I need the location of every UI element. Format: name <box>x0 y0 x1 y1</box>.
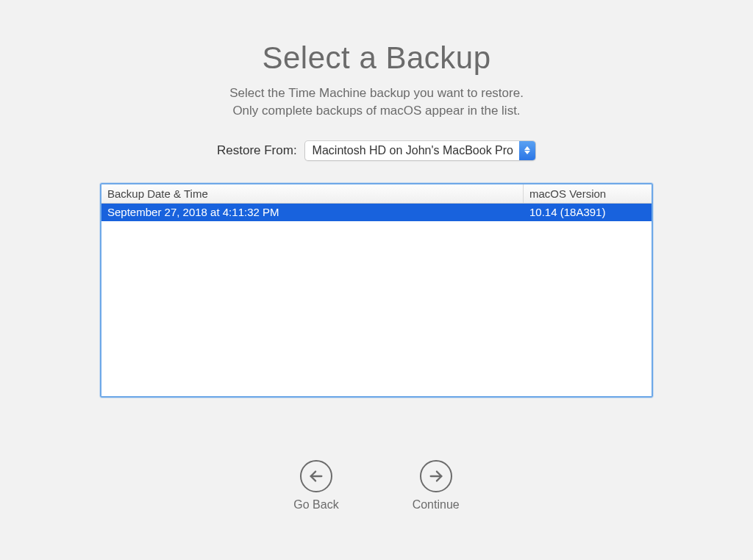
restore-from-dropdown[interactable]: Macintosh HD on John's MacBook Pro <box>304 140 536 161</box>
restore-from-selected: Macintosh HD on John's MacBook Pro <box>313 144 519 157</box>
page-subtitle: Select the Time Machine backup you want … <box>229 85 524 120</box>
column-header-date[interactable]: Backup Date & Time <box>101 184 524 203</box>
updown-arrows-icon <box>519 141 535 160</box>
table-body: September 27, 2018 at 4:11:32 PM 10.14 (… <box>101 204 652 396</box>
go-back-button[interactable]: Go Back <box>293 460 338 511</box>
column-header-version[interactable]: macOS Version <box>524 184 652 203</box>
restore-from-row: Restore From: Macintosh HD on John's Mac… <box>217 140 536 161</box>
table-header: Backup Date & Time macOS Version <box>101 184 652 204</box>
backup-table: Backup Date & Time macOS Version Septemb… <box>100 183 653 398</box>
continue-label: Continue <box>413 498 460 511</box>
restore-from-label: Restore From: <box>217 143 297 158</box>
table-row[interactable]: September 27, 2018 at 4:11:32 PM 10.14 (… <box>101 204 652 221</box>
subtitle-line-1: Select the Time Machine backup you want … <box>229 85 524 102</box>
continue-button[interactable]: Continue <box>413 460 460 511</box>
subtitle-line-2: Only complete backups of macOS appear in… <box>229 102 524 120</box>
cell-macos-version: 10.14 (18A391) <box>524 206 652 218</box>
page-title: Select a Backup <box>262 40 490 76</box>
cell-backup-date: September 27, 2018 at 4:11:32 PM <box>101 206 524 218</box>
arrow-right-icon <box>420 460 452 492</box>
go-back-label: Go Back <box>293 498 338 511</box>
navigation-buttons: Go Back Continue <box>293 460 459 511</box>
arrow-left-icon <box>300 460 332 492</box>
